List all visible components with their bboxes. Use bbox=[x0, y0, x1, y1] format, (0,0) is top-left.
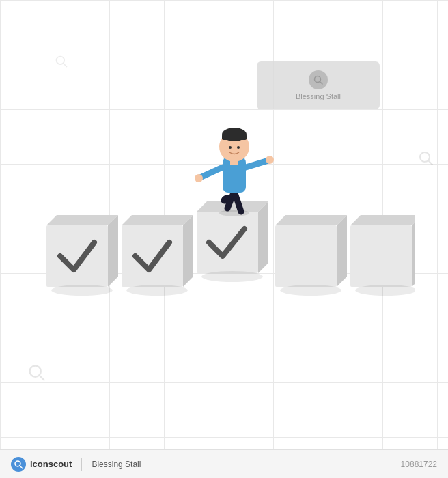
svg-line-25 bbox=[200, 167, 223, 178]
search-watermark-3 bbox=[55, 55, 68, 68]
svg-line-42 bbox=[64, 64, 67, 67]
svg-marker-5 bbox=[122, 215, 193, 225]
svg-point-34 bbox=[266, 156, 274, 164]
svg-marker-10 bbox=[258, 201, 268, 273]
search-watermark-2 bbox=[418, 150, 434, 167]
svg-line-44 bbox=[20, 466, 23, 468]
svg-point-20 bbox=[219, 210, 249, 216]
svg-point-15 bbox=[280, 285, 341, 296]
search-watermark-1 bbox=[27, 363, 46, 382]
svg-marker-13 bbox=[275, 215, 347, 225]
svg-point-19 bbox=[355, 285, 415, 296]
svg-rect-4 bbox=[122, 225, 183, 287]
svg-line-36 bbox=[320, 82, 323, 85]
bottom-divider bbox=[81, 458, 82, 471]
svg-rect-12 bbox=[275, 225, 337, 287]
svg-marker-1 bbox=[46, 215, 118, 225]
svg-line-38 bbox=[40, 376, 44, 380]
main-container: Blessing Stall iconscout bbox=[0, 0, 448, 478]
bottom-item-id: 10881722 bbox=[401, 460, 437, 469]
logo-text: iconscout bbox=[30, 459, 72, 469]
svg-marker-6 bbox=[183, 215, 193, 287]
svg-point-33 bbox=[195, 174, 203, 182]
svg-rect-16 bbox=[350, 225, 412, 287]
svg-point-32 bbox=[237, 146, 240, 149]
svg-line-40 bbox=[428, 160, 432, 165]
svg-point-3 bbox=[51, 285, 113, 296]
bottom-bar: iconscout Blessing Stall 10881722 bbox=[0, 449, 448, 478]
svg-marker-2 bbox=[108, 215, 118, 287]
svg-rect-30 bbox=[230, 159, 238, 165]
svg-point-7 bbox=[126, 285, 188, 296]
svg-rect-29 bbox=[222, 135, 247, 140]
svg-point-11 bbox=[201, 271, 263, 282]
svg-line-26 bbox=[246, 160, 268, 167]
svg-point-31 bbox=[229, 146, 232, 149]
bottom-logo: iconscout bbox=[11, 457, 72, 472]
svg-marker-14 bbox=[337, 215, 347, 287]
logo-circle bbox=[11, 457, 26, 472]
watermark-overlay: Blessing Stall bbox=[257, 61, 380, 109]
svg-rect-0 bbox=[46, 225, 108, 287]
watermark-brand: Blessing Stall bbox=[296, 92, 341, 100]
svg-marker-17 bbox=[350, 215, 415, 225]
bottom-brand-name: Blessing Stall bbox=[92, 460, 141, 469]
watermark-icon bbox=[309, 70, 328, 89]
svg-rect-8 bbox=[197, 212, 258, 273]
svg-marker-18 bbox=[412, 215, 415, 287]
